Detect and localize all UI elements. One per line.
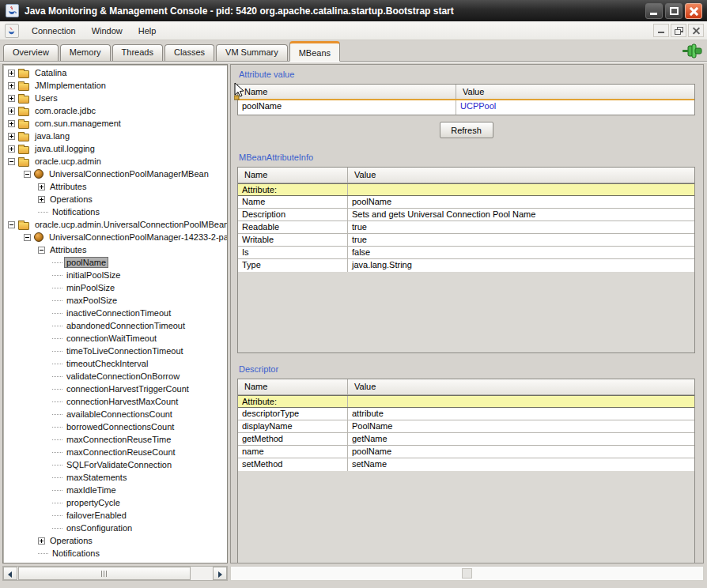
column-header-name[interactable]: Name: [238, 168, 348, 183]
table-row[interactable]: getMethodgetName: [238, 433, 694, 446]
expand-icon[interactable]: [8, 107, 15, 115]
tree-item-borrowedconnectionscount[interactable]: borrowedConnectionsCount: [3, 420, 227, 433]
tree-item-timetoliveconnectiontimeout[interactable]: timeToLiveConnectionTimeout: [3, 345, 227, 357]
jconsole-window: Java Monitoring & Management Console - p…: [0, 0, 707, 588]
tab-threads[interactable]: Threads: [112, 44, 163, 61]
tree-item-attributes[interactable]: Attributes: [3, 180, 227, 193]
tree-horizontal-scrollbar[interactable]: [2, 566, 228, 581]
collapse-icon[interactable]: [8, 221, 15, 228]
tree-item-onsconfiguration[interactable]: onsConfiguration: [3, 522, 227, 534]
expand-icon[interactable]: [8, 133, 15, 140]
scroll-left-button[interactable]: [3, 567, 17, 580]
tab-vm-summary[interactable]: VM Summary: [216, 44, 288, 61]
tree-item-java-util-logging[interactable]: java.util.logging: [3, 142, 227, 155]
tree-item-initialpoolsize[interactable]: initialPoolSize: [3, 269, 227, 281]
column-header-value[interactable]: Value: [348, 379, 694, 394]
tab-memory[interactable]: Memory: [60, 44, 111, 61]
collapse-icon[interactable]: [38, 247, 45, 254]
tree-item-connectionharvestmaxcount[interactable]: connectionHarvestMaxCount: [3, 395, 227, 408]
table-row[interactable]: Typejava.lang.String: [238, 259, 694, 272]
tree-item-java-lang[interactable]: java.lang: [3, 130, 227, 142]
collapse-icon[interactable]: [8, 158, 15, 165]
frame-minimize-button[interactable]: [653, 24, 669, 37]
column-header-value[interactable]: Value: [348, 168, 694, 183]
tree-item-failoverenabled[interactable]: failoverEnabled: [3, 509, 227, 522]
table-row[interactable]: displayNamePoolName: [238, 420, 694, 433]
tree-item-maxstatements[interactable]: maxStatements: [3, 471, 227, 484]
table-row[interactable]: Isfalse: [238, 247, 694, 259]
tree-connector-line: [52, 515, 62, 516]
tree-item-connectionharvesttriggercount[interactable]: connectionHarvestTriggerCount: [3, 383, 227, 395]
expand-icon[interactable]: [8, 95, 15, 102]
table-row[interactable]: NamepoolName: [238, 196, 694, 209]
splitter-grip[interactable]: [462, 568, 472, 579]
tree-item-maxidletime[interactable]: maxIdleTime: [3, 484, 227, 496]
tree-item-maxconnectionreusetime[interactable]: maxConnectionReuseTime: [3, 433, 227, 446]
menu-help[interactable]: Help: [130, 24, 164, 38]
column-header-name[interactable]: Name: [238, 85, 456, 99]
tree-item-notifications[interactable]: Notifications: [3, 205, 227, 218]
tree-item-notifications[interactable]: Notifications: [3, 547, 227, 560]
table-row[interactable]: setMethodsetName: [238, 458, 694, 471]
tree-item-universalconnectionpoolmanager-14233-2-pap[interactable]: UniversalConnectionPoolManager-14233-2-p…: [3, 231, 227, 243]
scrollbar-thumb[interactable]: [18, 567, 191, 580]
frame-restore-button[interactable]: [671, 24, 686, 37]
tree-item-jmimplementation[interactable]: JMImplementation: [3, 79, 227, 92]
scroll-right-button[interactable]: [213, 567, 227, 580]
expand-icon[interactable]: [8, 70, 15, 77]
tree-item-availableconnectionscount[interactable]: availableConnectionsCount: [3, 408, 227, 420]
tree-item-com-sun-management[interactable]: com.sun.management: [3, 117, 227, 130]
expand-icon[interactable]: [8, 145, 15, 153]
frame-close-button[interactable]: [688, 24, 704, 37]
tree-item-validateconnectiononborrow[interactable]: validateConnectionOnBorrow: [3, 370, 227, 383]
tree-item-inactiveconnectiontimeout[interactable]: inactiveConnectionTimeout: [3, 307, 227, 319]
tree-item-propertycycle[interactable]: propertyCycle: [3, 496, 227, 509]
tree-item-catalina[interactable]: Catalina: [3, 66, 227, 79]
tree-item-oracle-ucp-admin[interactable]: oracle.ucp.admin: [3, 155, 227, 168]
close-button[interactable]: [685, 3, 702, 19]
tree-item-universalconnectionpoolmanagermbean[interactable]: UniversalConnectionPoolManagerMBean: [3, 168, 227, 180]
expand-icon[interactable]: [38, 183, 45, 190]
tree-item-sqlforvalidateconnection[interactable]: SQLForValidateConnection: [3, 458, 227, 471]
tree-item-poolname[interactable]: poolName: [3, 256, 227, 269]
collapse-icon[interactable]: [24, 234, 31, 241]
tree-item-maxconnectionreusecount[interactable]: maxConnectionReuseCount: [3, 446, 227, 458]
expand-icon[interactable]: [38, 196, 45, 203]
tree-item-operations[interactable]: Operations: [3, 193, 227, 205]
tree-item-maxpoolsize[interactable]: maxPoolSize: [3, 294, 227, 307]
collapse-icon[interactable]: [24, 171, 31, 178]
table-row[interactable]: poolNameUCPPool: [238, 100, 694, 115]
table-row[interactable]: Writabletrue: [238, 234, 694, 247]
table-row[interactable]: DescriptionSets and gets Universal Conne…: [238, 209, 694, 221]
attribute-value-cell[interactable]: UCPPool: [456, 100, 694, 115]
tree-item-attributes[interactable]: Attributes: [3, 243, 227, 256]
table-row[interactable]: descriptorTypeattribute: [238, 408, 694, 420]
menu-connection[interactable]: Connection: [24, 24, 84, 38]
minimize-button[interactable]: [645, 3, 663, 19]
menu-window[interactable]: Window: [84, 24, 130, 38]
table-row[interactable]: Readabletrue: [238, 221, 694, 234]
tab-classes[interactable]: Classes: [164, 44, 214, 61]
tree-item-operations[interactable]: Operations: [3, 534, 227, 547]
mbean-icon: [34, 169, 43, 179]
refresh-button[interactable]: Refresh: [440, 122, 493, 138]
maximize-button[interactable]: [665, 3, 682, 19]
expand-icon[interactable]: [8, 82, 15, 89]
tab-mbeans[interactable]: MBeans: [289, 41, 340, 62]
expand-icon[interactable]: [8, 120, 15, 127]
tab-overview[interactable]: Overview: [3, 44, 59, 61]
column-header-name[interactable]: Name: [238, 379, 348, 394]
tree-item-timeoutcheckinterval[interactable]: timeoutCheckInterval: [3, 357, 227, 370]
table-row[interactable]: namepoolName: [238, 446, 694, 458]
expand-icon[interactable]: [38, 537, 45, 545]
tree-item-connectionwaittimeout[interactable]: connectionWaitTimeout: [3, 332, 227, 345]
bottom-splitter[interactable]: [230, 566, 704, 581]
tree-item-oracle-ucp-admin-universalconnectionpoolmbean[interactable]: oracle.ucp.admin.UniversalConnectionPool…: [3, 218, 227, 231]
tree-item-abandonedconnectiontimeout[interactable]: abandonedConnectionTimeout: [3, 319, 227, 332]
table-row[interactable]: Attribute:: [238, 395, 694, 408]
tree-item-com-oracle-jdbc[interactable]: com.oracle.jdbc: [3, 104, 227, 117]
tree-item-users[interactable]: Users: [3, 92, 227, 104]
tree-item-minpoolsize[interactable]: minPoolSize: [3, 281, 227, 294]
table-row[interactable]: Attribute:: [238, 183, 694, 196]
column-header-value[interactable]: Value: [456, 85, 694, 99]
